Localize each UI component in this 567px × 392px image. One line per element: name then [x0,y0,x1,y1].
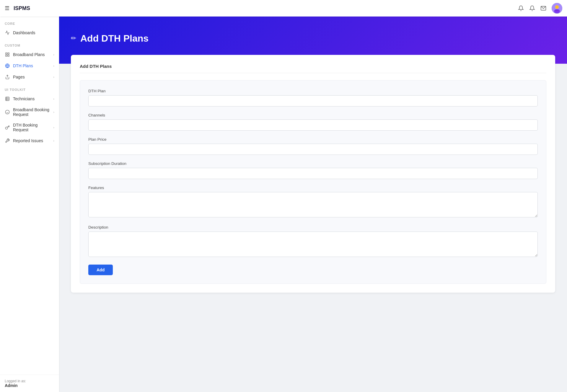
share-icon [5,74,10,80]
edit-icon: ✏ [71,35,76,42]
sidebar-section-uitoolkit: UI TOOLKIT Technicians › Broadband Booki… [0,83,59,146]
input-subscription-duration[interactable] [88,168,538,179]
sidebar-section-custom: CUSTOM Broadband Plans › DTH Plans › P [0,38,59,83]
chevron-right-icon: › [53,126,54,129]
chevron-right-icon: › [53,110,54,114]
sidebar-item-label: DTH Booking Request [13,123,50,132]
sidebar-item-label: DTH Plans [13,63,50,68]
form-group-description: Description [88,225,538,258]
section-label-uitoolkit: UI TOOLKIT [0,83,59,93]
chevron-right-icon: › [53,64,54,68]
sidebar-item-label: Dashboards [13,30,54,35]
circle-icon [5,109,10,115]
mail-icon[interactable] [540,5,546,11]
navbar-actions [518,3,562,14]
svg-rect-7 [8,55,9,56]
input-plan-price[interactable] [88,144,538,155]
notification-bell-2[interactable] [529,5,535,11]
app-brand: ISPMS [14,5,518,12]
sidebar-item-broadband-booking[interactable]: Broadband Booking Request › [0,104,59,120]
label-channels: Channels [88,113,538,117]
svg-rect-6 [8,53,9,54]
form-container: DTH Plan Channels Plan Price [80,80,546,284]
textarea-features[interactable] [88,192,538,217]
textarea-description[interactable] [88,232,538,257]
input-dth-plan[interactable] [88,95,538,106]
table-icon [5,96,10,101]
sidebar-item-dashboards[interactable]: Dashboards [0,27,59,38]
label-dth-plan: DTH Plan [88,89,538,93]
form-group-channels: Channels [88,113,538,131]
sidebar-item-label: Broadband Booking Request [13,107,50,117]
sidebar-item-technicians[interactable]: Technicians › [0,93,59,104]
wrench-icon [5,138,10,143]
input-channels[interactable] [88,119,538,131]
grid-icon [5,52,10,57]
svg-point-3 [554,9,560,13]
sidebar-item-dth-plans[interactable]: DTH Plans › [0,60,59,71]
sidebar-item-broadband-plans[interactable]: Broadband Plans › [0,49,59,60]
layout: CORE Dashboards CUSTOM Broadband Plans › [0,17,567,392]
sidebar-item-label: Pages [13,75,50,79]
chevron-right-icon: › [53,53,54,56]
section-label-core: CORE [0,17,59,27]
label-features: Features [88,186,538,190]
logged-in-label: Logged in as: [5,379,54,383]
key-icon [5,125,10,130]
user-avatar[interactable] [552,3,562,14]
page-title: Add DTH Plans [80,33,149,44]
sidebar-item-label: Broadband Plans [13,52,50,57]
chevron-right-icon: › [53,97,54,101]
form-group-dth-plan: DTH Plan [88,89,538,106]
form-group-plan-price: Plan Price [88,137,538,155]
svg-rect-12 [6,97,9,101]
content-area: Add DTH Plans DTH Plan Channels [59,55,567,392]
svg-rect-5 [6,53,7,54]
pulse-icon [5,30,10,35]
chevron-right-icon: › [53,75,54,79]
globe-icon [5,63,10,68]
navbar: ☰ ISPMS [0,0,567,17]
form-group-features: Features [88,186,538,219]
label-description: Description [88,225,538,229]
form-card: Add DTH Plans DTH Plan Channels [71,55,555,293]
sidebar: CORE Dashboards CUSTOM Broadband Plans › [0,17,59,392]
sidebar-item-dth-booking[interactable]: DTH Booking Request › [0,120,59,135]
notification-bell-1[interactable] [518,5,524,11]
form-group-subscription-duration: Subscription Duration [88,161,538,179]
section-label-custom: CUSTOM [0,38,59,49]
label-subscription-duration: Subscription Duration [88,161,538,166]
label-plan-price: Plan Price [88,137,538,142]
svg-point-16 [5,110,9,114]
card-title: Add DTH Plans [80,64,546,73]
menu-icon[interactable]: ☰ [5,5,9,12]
main-content: ✏ Add DTH Plans Add DTH Plans DTH Plan C… [59,17,567,392]
chevron-right-icon: › [53,139,54,142]
submit-button[interactable]: Add [88,265,113,275]
svg-point-4 [555,5,559,9]
sidebar-section-core: CORE Dashboards [0,17,59,38]
svg-rect-8 [6,55,7,56]
sidebar-footer: Logged in as: Admin [0,375,59,392]
sidebar-item-reported-issues[interactable]: Reported Issues › [0,135,59,146]
sidebar-item-label: Technicians [13,96,50,101]
user-name: Admin [5,383,54,388]
sidebar-item-label: Reported Issues [13,138,50,143]
sidebar-item-pages[interactable]: Pages › [0,71,59,83]
